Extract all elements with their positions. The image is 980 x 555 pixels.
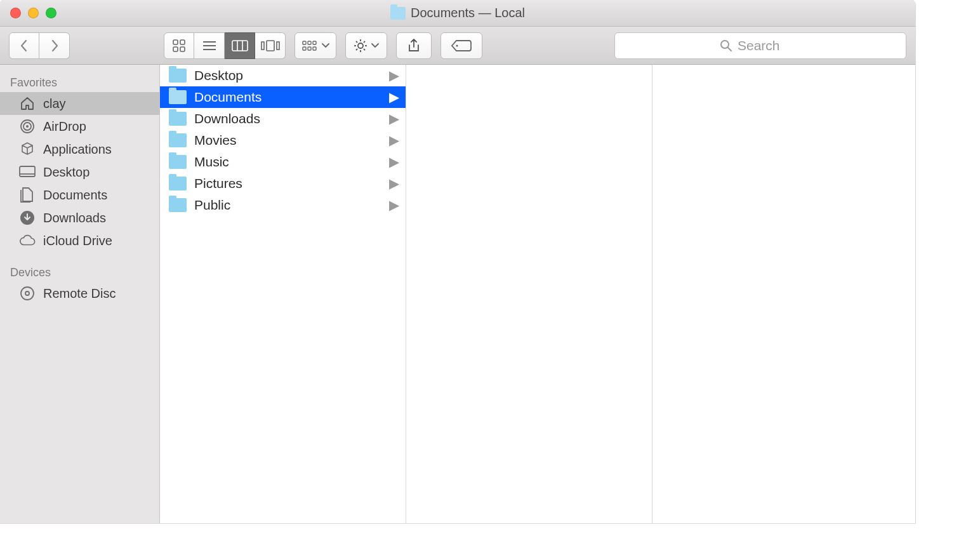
action-button[interactable] (345, 32, 387, 59)
toolbar (0, 27, 915, 65)
coverflow-view-button[interactable] (255, 32, 286, 59)
column-1[interactable] (406, 65, 652, 523)
back-button[interactable] (9, 32, 39, 59)
sidebar-item-applications[interactable]: Applications (0, 138, 159, 161)
folder-label: Public (194, 197, 230, 213)
chevron-right-icon: ▶ (389, 68, 399, 83)
documents-icon (19, 187, 36, 203)
tags-button[interactable] (440, 32, 482, 59)
svg-line-25 (364, 49, 365, 50)
svg-rect-15 (313, 41, 316, 44)
window-title-text: Documents — Local (411, 6, 525, 20)
tag-icon (451, 39, 472, 52)
chevron-right-icon: ▶ (389, 176, 399, 191)
sidebar-item-downloads[interactable]: Downloads (0, 206, 159, 229)
icon-view-icon (172, 39, 186, 53)
sidebar-item-label: Documents (43, 188, 107, 203)
svg-point-38 (25, 291, 29, 295)
icon-view-button[interactable] (164, 32, 194, 59)
finder-window: Documents — Local (0, 0, 915, 523)
folder-label: Desktop (194, 68, 243, 83)
column-view: Desktop ▶ Documents ▶ Downloads ▶ Movies… (160, 65, 915, 523)
applications-icon (19, 141, 36, 157)
sidebar-item-documents[interactable]: Documents (0, 184, 159, 206)
sidebar-item-icloud[interactable]: iCloud Drive (0, 229, 159, 252)
chevron-right-icon: ▶ (389, 90, 399, 105)
share-button[interactable] (396, 32, 432, 59)
chevron-down-icon (371, 43, 379, 48)
folder-item-documents[interactable]: Documents ▶ (160, 86, 406, 108)
search-input[interactable] (738, 38, 801, 53)
desktop-icon (19, 164, 36, 180)
titlebar: Documents — Local (0, 0, 915, 27)
downloads-icon (19, 210, 36, 226)
coverflow-view-icon (261, 40, 280, 51)
folder-item-public[interactable]: Public ▶ (160, 194, 406, 216)
sidebar-item-label: AirDrop (43, 119, 86, 134)
sidebar-item-airdrop[interactable]: AirDrop (0, 115, 159, 138)
folder-icon (169, 90, 187, 104)
sidebar: Favorites clay AirDrop Applications (0, 65, 160, 523)
svg-rect-10 (262, 42, 264, 50)
svg-rect-3 (180, 47, 185, 51)
folder-label: Downloads (194, 111, 260, 126)
maximize-window-button[interactable] (46, 8, 56, 18)
sidebar-item-label: Desktop (43, 165, 89, 180)
svg-rect-7 (232, 41, 248, 51)
column-view-button[interactable] (225, 32, 255, 59)
svg-point-29 (721, 41, 729, 48)
column-2[interactable] (652, 65, 915, 523)
folder-item-downloads[interactable]: Downloads ▶ (160, 108, 406, 130)
minimize-window-button[interactable] (28, 8, 39, 18)
chevron-right-icon: ▶ (389, 154, 399, 170)
folder-item-pictures[interactable]: Pictures ▶ (160, 173, 406, 194)
folder-icon (169, 133, 187, 147)
svg-point-28 (456, 44, 458, 46)
sidebar-item-label: Downloads (43, 211, 106, 225)
folder-label: Movies (194, 133, 237, 148)
folder-item-music[interactable]: Music ▶ (160, 151, 406, 173)
sidebar-item-remote-disc[interactable]: Remote Disc (0, 282, 159, 305)
folder-item-desktop[interactable]: Desktop ▶ (160, 65, 406, 86)
sidebar-item-label: iCloud Drive (43, 234, 112, 248)
chevron-right-icon (50, 39, 59, 52)
folder-icon (169, 177, 187, 191)
svg-rect-11 (267, 41, 274, 51)
svg-rect-34 (20, 166, 35, 177)
svg-point-33 (26, 125, 29, 128)
folder-icon (169, 112, 187, 126)
home-icon (19, 95, 36, 112)
list-view-button[interactable] (194, 32, 225, 59)
column-view-icon (232, 40, 248, 51)
window-controls (0, 8, 56, 18)
share-icon (407, 38, 420, 53)
chevron-left-icon (20, 39, 29, 52)
folder-label: Pictures (194, 176, 242, 191)
svg-line-24 (356, 41, 357, 42)
search-field[interactable] (614, 32, 906, 59)
svg-line-30 (728, 48, 731, 51)
forward-button[interactable] (39, 32, 70, 59)
sidebar-heading-favorites: Favorites (0, 71, 159, 92)
cloud-icon (19, 232, 36, 249)
svg-line-26 (356, 49, 357, 50)
svg-rect-16 (303, 47, 306, 50)
group-by-icon (301, 40, 318, 51)
chevron-right-icon: ▶ (389, 197, 399, 213)
folder-icon (169, 198, 187, 212)
gear-icon (354, 39, 368, 53)
sidebar-item-label: Remote Disc (43, 286, 116, 301)
sidebar-item-desktop[interactable]: Desktop (0, 161, 159, 184)
svg-line-27 (364, 41, 365, 42)
svg-rect-13 (303, 41, 306, 44)
svg-point-37 (21, 287, 34, 300)
sidebar-item-label: Applications (43, 142, 112, 157)
group-by-button[interactable] (295, 32, 336, 59)
svg-rect-17 (308, 47, 311, 50)
close-window-button[interactable] (10, 8, 21, 18)
column-0[interactable]: Desktop ▶ Documents ▶ Downloads ▶ Movies… (160, 65, 406, 523)
sidebar-item-home[interactable]: clay (0, 92, 159, 115)
folder-item-movies[interactable]: Movies ▶ (160, 130, 406, 151)
svg-rect-12 (277, 42, 279, 50)
folder-icon (390, 7, 406, 20)
